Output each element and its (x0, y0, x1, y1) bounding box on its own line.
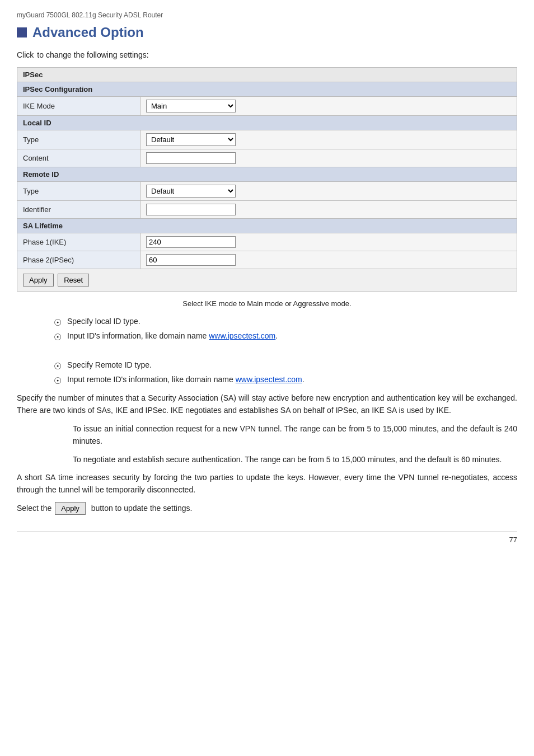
identifier-value (140, 201, 517, 219)
list-item: ☉ Specify local ID type. (17, 317, 517, 328)
remote-type-select[interactable]: Default (146, 185, 236, 198)
local-type-label: Type (17, 130, 140, 149)
local-type-value: Default (140, 130, 517, 149)
bullet-icon-4: ☉ (17, 375, 62, 386)
list-item: ☉ Input remote ID's information, like do… (17, 375, 517, 386)
list-item: ☉ Specify Remote ID type. (17, 360, 517, 372)
local-content-value (140, 149, 517, 167)
phase2-input[interactable] (146, 254, 236, 266)
identifier-input[interactable] (146, 204, 236, 215)
table-row: Type Default (17, 182, 517, 201)
bullet-section: ☉ Specify local ID type. ☉ Input ID's in… (17, 317, 517, 342)
bullet-text-3: Specify Remote ID type. (67, 360, 517, 369)
paragraph-short-sa: A short SA time increases security by fo… (17, 471, 517, 496)
table-row: Content (17, 149, 517, 167)
remote-type-label: Type (17, 182, 140, 201)
paragraph-phase2: To negotiate and establish secure authen… (73, 453, 517, 466)
bullet-icon-3: ☉ (17, 360, 62, 372)
ipsectest-link-1[interactable]: www.ipsectest.com (209, 331, 275, 340)
table-row: Type Default (17, 130, 517, 149)
table-main-header: IPSec (17, 68, 517, 82)
bullet-text-1: Specify local ID type. (67, 317, 517, 326)
apply-button-inline[interactable]: Apply (55, 502, 86, 515)
buttons-cell: Apply Reset (17, 269, 517, 292)
title-icon (17, 27, 27, 37)
ipsec-config-label: IPSec Configuration (17, 82, 517, 97)
local-type-select[interactable]: Default (146, 133, 236, 146)
bullet-text-2: Input ID's information, like domain name… (67, 331, 517, 340)
breadcrumb: myGuard 7500GL 802.11g Security ADSL Rou… (17, 11, 517, 19)
ike-mode-value: Main Aggressive (140, 97, 517, 116)
remote-id-section: Remote ID (17, 167, 517, 182)
intro-text2: to change the following settings: (37, 50, 148, 59)
table-row: IKE Mode Main Aggressive (17, 97, 517, 116)
ipsec-header-label: IPSec (17, 68, 517, 82)
footer-select-text1: Select the (17, 504, 51, 513)
remote-id-label: Remote ID (17, 167, 517, 182)
intro-text: Click (17, 50, 34, 59)
ipsectest-link-2[interactable]: www.ipsectest.com (236, 375, 302, 384)
bullet-icon-2: ☉ (17, 331, 62, 342)
local-id-label: Local ID (17, 116, 517, 130)
phase1-label: Phase 1(IKE) (17, 233, 140, 251)
footer-select-text2: button to update the settings. (91, 504, 193, 513)
buttons-row: Apply Reset (17, 269, 517, 292)
phase1-value (140, 233, 517, 251)
bullet-section-remote: ☉ Specify Remote ID type. ☉ Input remote… (17, 360, 517, 386)
table-row: Identifier (17, 201, 517, 219)
paragraph-sa: Specify the number of minutes that a Sec… (17, 392, 517, 417)
paragraph-phase1: To issue an initial connection request f… (73, 422, 517, 448)
phase2-label: Phase 2(IPSec) (17, 251, 140, 269)
local-content-input[interactable] (146, 152, 236, 164)
remote-type-value: Default (140, 182, 517, 201)
bullet-text-4: Input remote ID's information, like doma… (67, 375, 517, 384)
footer-page-number: 77 (509, 536, 517, 544)
ipsec-config-section: IPSec Configuration (17, 82, 517, 97)
phase1-input[interactable] (146, 236, 236, 248)
ike-mode-label: IKE Mode (17, 97, 140, 116)
sa-lifetime-section: SA Lifetime (17, 219, 517, 233)
phase2-value (140, 251, 517, 269)
reset-button[interactable]: Reset (58, 274, 89, 287)
identifier-label: Identifier (17, 201, 140, 219)
list-item: ☉ Input ID's information, like domain na… (17, 331, 517, 342)
footer-select-row: Select the Apply button to update the se… (17, 502, 517, 515)
ike-mode-select[interactable]: Main Aggressive (146, 100, 236, 112)
table-row: Phase 2(IPSec) (17, 251, 517, 269)
local-id-section: Local ID (17, 116, 517, 130)
footer: 77 (17, 532, 517, 544)
ipsec-config-table: IPSec IPSec Configuration IKE Mode Main … (17, 67, 517, 292)
local-content-label: Content (17, 149, 140, 167)
table-row: Phase 1(IKE) (17, 233, 517, 251)
apply-button[interactable]: Apply (23, 274, 54, 287)
sa-lifetime-label: SA Lifetime (17, 219, 517, 233)
page-title: Advanced Option (32, 25, 144, 40)
bullet-icon-1: ☉ (17, 317, 62, 328)
ike-description: Select IKE mode to Main mode or Aggressi… (17, 299, 517, 308)
